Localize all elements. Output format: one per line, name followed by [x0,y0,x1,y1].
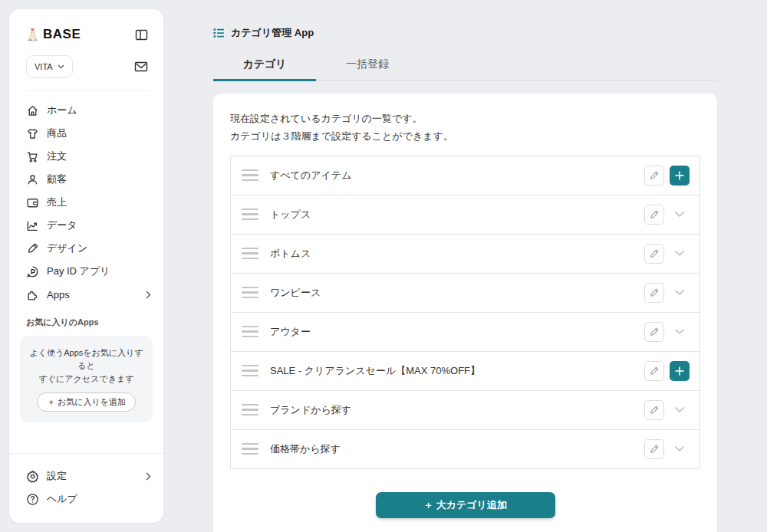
sidebar-item-design[interactable]: デザイン [26,237,151,260]
sidebar-footer-divider [9,453,163,454]
sidebar-item-help[interactable]: ヘルプ [26,488,151,511]
page-title: カテゴリ管理 App [231,26,314,40]
drag-handle-icon[interactable] [242,404,258,416]
tab-category[interactable]: カテゴリ [213,51,316,81]
sidebar-item-settings[interactable]: 設定 [26,465,151,488]
category-row: ボトムス [231,235,700,274]
sidebar-item-payid[interactable]: Pay ID アプリ [26,260,151,283]
base-logo: BASE [26,27,81,42]
category-row: トップス [231,195,700,235]
category-row: ブランドから探す [231,391,700,430]
app-header: カテゴリ管理 App [213,26,717,40]
brush-icon [26,242,39,255]
favorites-hint-line2: すぐにアクセスできます [26,373,146,386]
plus-icon [674,170,685,181]
puzzle-icon [26,288,39,301]
edit-category-button[interactable] [644,439,664,459]
base-logo-icon [26,28,39,42]
sidebar-item-label: データ [47,218,77,232]
category-row: 価格帯から探す [231,430,700,469]
person-icon [26,173,39,186]
sidebar-item-apps[interactable]: Apps [26,283,151,306]
category-name: アウター [270,325,644,339]
sidebar-item-label: 顧客 [47,172,67,186]
category-row: すべてのアイテム [231,156,700,195]
sidebar-item-label: Pay ID アプリ [47,264,110,278]
category-name: 価格帯から探す [270,442,644,456]
help-icon [26,493,39,506]
shop-selector-label: VITA [35,62,53,71]
base-logo-text: BASE [43,27,81,42]
edit-category-button[interactable] [644,361,664,381]
expand-category-button[interactable] [670,322,690,342]
drag-handle-icon[interactable] [242,326,258,338]
chevron-down-icon [674,328,685,335]
gear-icon [26,470,39,483]
sidebar-item-label: 商品 [47,126,67,140]
sidebar-item-label: Apps [47,289,70,300]
tab-bulk-register[interactable]: 一括登録 [316,51,419,80]
favorites-section-label: お気に入りのApps [9,306,163,328]
expand-category-button[interactable] [670,283,690,303]
drag-handle-icon[interactable] [242,169,258,182]
category-name: ワンピース [270,286,644,300]
category-row: SALE - クリアランスセール【MAX 70%OFF】 [231,352,700,391]
drag-handle-icon[interactable] [242,248,258,260]
chevron-right-icon [146,472,151,481]
chart-icon [26,219,39,232]
pencil-icon [650,444,660,454]
pencil-icon [650,209,660,219]
edit-category-button[interactable] [644,400,664,420]
category-card: 現在設定されているカテゴリの一覧です。 カテゴリは３階層まで設定することができま… [213,94,717,532]
sidebar-item-home[interactable]: ホーム [26,99,151,122]
edit-category-button[interactable] [644,205,664,225]
expand-category-button[interactable] [670,205,690,225]
chevron-right-icon [146,291,151,299]
panel-columns-icon [135,29,148,41]
drag-handle-icon[interactable] [242,365,258,377]
shop-selector[interactable]: VITA [26,55,73,78]
add-subcategory-button[interactable] [670,166,690,186]
expand-category-button[interactable] [670,439,690,459]
tab-bar: カテゴリ 一括登録 [213,51,717,80]
drag-handle-icon[interactable] [242,443,258,455]
edit-category-button[interactable] [644,166,664,186]
category-list: すべてのアイテム [230,156,700,469]
sidebar-header: BASE VITA [9,9,163,96]
messages-button[interactable] [133,60,150,74]
edit-category-button[interactable] [644,244,664,264]
add-subcategory-button[interactable] [670,361,690,381]
category-row: アウター [231,313,700,352]
edit-category-button[interactable] [644,283,664,303]
cart-icon [26,150,39,163]
category-name: すべてのアイテム [270,169,644,182]
sidebar-footer: 設定 ヘルプ [9,453,163,523]
sidebar-item-label: デザイン [47,241,87,255]
chevron-down-icon [674,250,685,257]
sidebar-item-data[interactable]: データ [26,214,151,237]
drag-handle-icon[interactable] [242,287,258,299]
sidebar-item-orders[interactable]: 注文 [26,145,151,168]
sidebar-item-sales[interactable]: 売上 [26,191,151,214]
sidebar-item-customers[interactable]: 顧客 [26,168,151,191]
sidebar-divider [26,90,150,91]
expand-category-button[interactable] [670,244,690,264]
expand-category-button[interactable] [670,400,690,420]
sidebar-item-label: 売上 [47,195,67,209]
intro-text: 現在設定されているカテゴリの一覧です。 カテゴリは３階層まで設定することができま… [230,110,700,146]
pencil-icon [650,366,660,376]
drag-handle-icon[interactable] [242,209,258,221]
collapse-sidebar-button[interactable] [133,28,150,42]
favorites-hint-box: よく使うAppsをお気に入りすると すぐにアクセスできます ＋ お気に入りを追加 [20,336,153,422]
sidebar-item-label: ホーム [47,103,77,117]
edit-category-button[interactable] [644,322,664,342]
add-favorite-button[interactable]: ＋ お気に入りを追加 [37,392,136,412]
category-name: SALE - クリアランスセール【MAX 70%OFF】 [270,364,644,378]
main-content: カテゴリ管理 App カテゴリ 一括登録 現在設定されているカテゴリの一覧です。… [213,0,717,532]
sidebar-item-products[interactable]: 商品 [26,122,151,145]
category-list-icon [213,28,224,38]
category-name: トップス [270,208,644,222]
category-row: ワンピース [231,274,700,313]
add-main-category-button[interactable]: ＋ 大カテゴリ追加 [376,492,555,518]
chevron-down-icon [674,445,685,452]
